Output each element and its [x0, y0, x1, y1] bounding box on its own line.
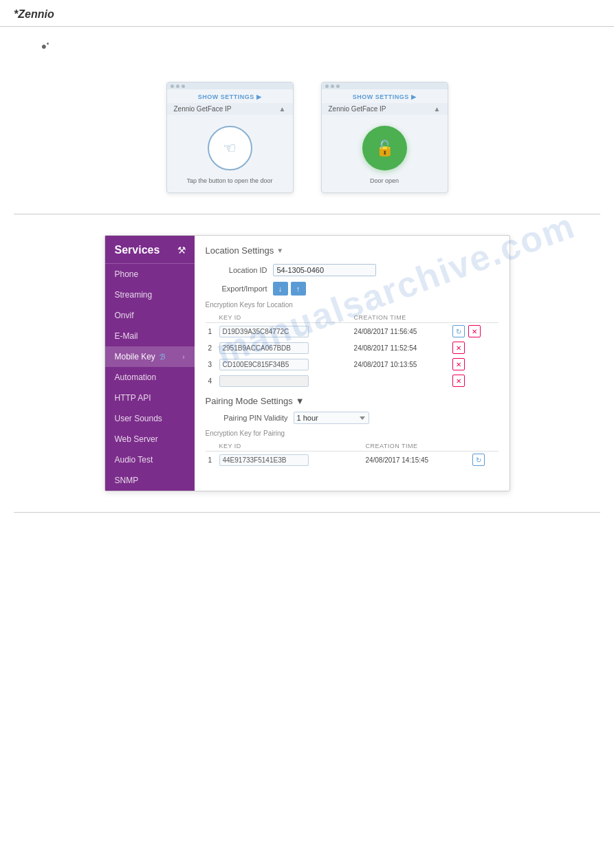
col-num-header: [206, 313, 217, 323]
chevron-up-icon-1: ▲: [279, 105, 286, 113]
pairing-key-actions-1: ↻: [468, 452, 498, 469]
key-actions-1: ↻ ✕: [448, 323, 498, 340]
delete-key-1-button[interactable]: ✕: [468, 325, 481, 337]
creation-time-1: 24/08/2017 11:56:45: [351, 323, 449, 340]
sidebar-header: Services ⚒: [105, 236, 195, 264]
sidebar-item-phone[interactable]: Phone: [105, 264, 195, 285]
door-button-inactive[interactable]: ☜: [208, 126, 252, 170]
services-panel: Services ⚒ Phone Streaming Onvif E-Mail …: [105, 235, 510, 491]
delete-key-3-button[interactable]: ✕: [452, 358, 465, 370]
table-row: 2 24/08/2017 11:52:54 ✕: [206, 340, 498, 356]
key-actions-3: ✕: [448, 356, 498, 372]
table-row: 3 24/08/2017 10:13:55 ✕: [206, 356, 498, 372]
topbar-dot: [331, 85, 334, 88]
table-row: 1 24/08/2017 14:15:45 ↻: [206, 452, 498, 469]
sidebar-item-mobile-key[interactable]: Mobile Key ℬ ›: [105, 346, 195, 367]
topbar-dot: [171, 85, 174, 88]
creation-time-3: 24/08/2017 10:13:55: [351, 356, 449, 372]
bluetooth-icon: ℬ: [160, 353, 166, 361]
encryption-keys-label: Encryption Keys for Location: [206, 301, 498, 309]
export-button[interactable]: ↓: [273, 282, 288, 296]
sidebar-item-phone-label: Phone: [115, 269, 139, 279]
sidebar-item-http-api[interactable]: HTTP API: [105, 388, 195, 408]
sidebar-item-snmp[interactable]: SNMP: [105, 470, 195, 491]
sidebar-item-automation[interactable]: Automation: [105, 367, 195, 388]
sidebar-item-onvif[interactable]: Onvif: [105, 305, 195, 326]
key-id-cell-2: [217, 340, 351, 356]
sidebar-item-audio-test[interactable]: Audio Test: [105, 449, 195, 470]
encryption-key-for-pairing-label: Encryption Key for Pairing: [206, 430, 498, 437]
sidebar-item-user-sounds[interactable]: User Sounds: [105, 408, 195, 429]
pairing-col-num-header: [206, 441, 217, 452]
topbar-dot: [182, 85, 185, 88]
export-import-buttons: ↓ ↑: [273, 282, 306, 296]
sidebar-item-mobile-key-label: Mobile Key ℬ: [115, 352, 166, 361]
header: *Zennio: [0, 0, 614, 27]
pairing-col-actions-header: [468, 441, 498, 452]
key-id-cell-3: [217, 356, 351, 372]
key-id-input-3[interactable]: [219, 359, 309, 370]
col-creation-time-header: CREATION TIME: [351, 313, 449, 323]
door-caption-2: Door open: [370, 177, 399, 184]
import-button[interactable]: ↑: [291, 282, 306, 296]
topbar-dot: [176, 85, 179, 88]
bullet-dot: ••: [41, 38, 49, 55]
door-card-active: SHOW SETTINGS ▶ Zennio GetFace IP ▲ 🔓 Do…: [321, 82, 448, 193]
delete-key-4-button[interactable]: ✕: [452, 375, 465, 387]
main-content-inner: Location Settings ▼ Location ID Export/I…: [195, 236, 509, 485]
topbar-dot: [336, 85, 340, 88]
sidebar-item-onvif-label: Onvif: [115, 311, 134, 320]
services-sidebar: Services ⚒ Phone Streaming Onvif E-Mail …: [105, 236, 195, 491]
sidebar-item-streaming-label: Streaming: [115, 290, 153, 300]
pairing-key-num-1: 1: [206, 452, 217, 469]
encryption-keys-table: KEY ID CREATION TIME 1 24/08/2017 11:56:…: [206, 313, 498, 389]
key-id-cell-1: [217, 323, 351, 340]
pairing-pin-validity-select[interactable]: 1 hour 2 hours 4 hours 8 hours: [294, 412, 369, 424]
location-id-input[interactable]: [273, 264, 376, 276]
sidebar-item-web-server[interactable]: Web Server: [105, 429, 195, 449]
door-caption-1: Tap the button to open the door: [186, 177, 272, 184]
key-num-3: 3: [206, 356, 217, 372]
pairing-mode-dropdown-icon: ▼: [296, 396, 305, 406]
key-id-input-4[interactable]: [219, 375, 309, 387]
sidebar-item-email[interactable]: E-Mail: [105, 326, 195, 346]
section-divider-2: [14, 512, 600, 513]
col-actions-header: [448, 313, 498, 323]
key-actions-2: ✕: [448, 340, 498, 356]
key-id-input-1[interactable]: [219, 326, 309, 337]
key-num-4: 4: [206, 372, 217, 389]
refresh-pairing-key-1-button[interactable]: ↻: [472, 454, 485, 466]
refresh-key-1-button[interactable]: ↻: [452, 325, 465, 337]
show-settings-2[interactable]: SHOW SETTINGS ▶: [322, 89, 448, 103]
card-body-2: 🔓 Door open: [322, 115, 448, 192]
pairing-col-key-id-header: KEY ID: [217, 441, 363, 452]
pairing-keys-table: KEY ID CREATION TIME 1 24/08/2017 14:15:…: [206, 441, 498, 468]
show-settings-1[interactable]: SHOW SETTINGS ▶: [167, 89, 293, 103]
services-container: Services ⚒ Phone Streaming Onvif E-Mail …: [0, 214, 614, 512]
chevron-right-icon: ›: [182, 353, 184, 361]
delete-key-2-button[interactable]: ✕: [452, 342, 465, 354]
pairing-key-id-input-1[interactable]: [219, 454, 309, 466]
key-num-2: 2: [206, 340, 217, 356]
table-row: 4 ✕: [206, 372, 498, 389]
pairing-mode-title: Pairing Mode Settings ▼: [206, 396, 498, 406]
sidebar-item-user-sounds-label: User Sounds: [115, 414, 162, 423]
card-topbar-1: [167, 82, 293, 89]
door-button-active[interactable]: 🔓: [362, 126, 407, 170]
lock-open-icon: 🔓: [375, 140, 394, 157]
key-id-input-2[interactable]: [219, 342, 309, 354]
key-num-1: 1: [206, 323, 217, 340]
card-title-bar-1: Zennio GetFace IP ▲: [167, 103, 293, 115]
sidebar-item-streaming[interactable]: Streaming: [105, 285, 195, 305]
location-settings-title: Location Settings ▼: [206, 245, 498, 256]
topbar-dot: [325, 85, 329, 88]
pairing-pin-validity-row: Pairing PIN Validity 1 hour 2 hours 4 ho…: [206, 412, 498, 424]
bullet-area: ••: [0, 27, 614, 61]
sidebar-item-snmp-label: SNMP: [115, 476, 139, 485]
services-main: Location Settings ▼ Location ID Export/I…: [195, 236, 509, 491]
pairing-pin-validity-label: Pairing PIN Validity: [206, 414, 288, 422]
hand-icon: ☜: [223, 140, 237, 157]
location-settings-dropdown-icon: ▼: [276, 247, 283, 254]
col-key-id-header: KEY ID: [217, 313, 351, 323]
pairing-creation-time-1: 24/08/2017 14:15:45: [362, 452, 468, 469]
